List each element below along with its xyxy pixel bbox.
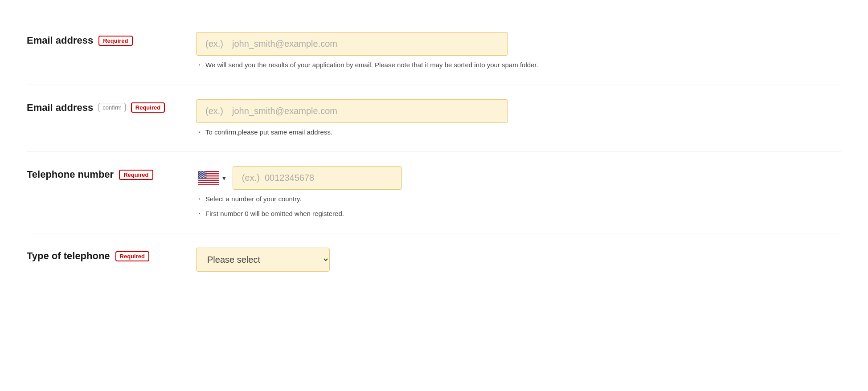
email-confirm-label: Email address: [27, 102, 93, 114]
svg-point-33: [199, 176, 200, 177]
telephone-hint-1: Select a number of your country.: [196, 194, 841, 204]
telephone-hint-2: First number 0 will be omitted when regi…: [196, 209, 841, 219]
svg-point-42: [205, 177, 205, 178]
svg-point-25: [202, 174, 203, 175]
email-label: Email address: [27, 35, 93, 46]
svg-point-27: [205, 174, 206, 175]
svg-point-14: [201, 172, 202, 173]
telephone-label-area: Telephone number Required: [27, 166, 196, 180]
svg-point-37: [205, 176, 206, 177]
telephone-label: Telephone number: [27, 169, 114, 180]
svg-point-35: [202, 176, 203, 177]
telephone-input-wrapper: ▼: [196, 166, 841, 190]
email-confirm-hint: To confirm,please put same email address…: [196, 127, 841, 138]
svg-rect-6: [198, 183, 219, 184]
telephone-type-select[interactable]: Please select Mobile Home Work: [196, 248, 330, 272]
svg-point-28: [199, 175, 200, 176]
svg-point-11: [203, 171, 204, 172]
svg-point-24: [201, 174, 202, 175]
svg-point-29: [200, 175, 201, 176]
email-label-area: Email address Required: [27, 32, 196, 46]
email-confirm-required-badge: Required: [131, 102, 165, 113]
svg-point-32: [205, 175, 205, 176]
svg-rect-4: [198, 179, 219, 179]
telephone-required-badge: Required: [119, 170, 153, 180]
flag-dropdown-arrow: ▼: [221, 175, 227, 182]
email-input[interactable]: [196, 32, 508, 56]
svg-point-21: [203, 173, 204, 174]
email-confirm-row: Email address confirm Required To confir…: [27, 85, 841, 152]
email-confirm-label-area: Email address confirm Required: [27, 99, 196, 114]
svg-point-30: [201, 175, 202, 176]
telephone-input-area: ▼ Select a number of your country. First…: [196, 166, 841, 219]
svg-point-13: [199, 172, 200, 173]
svg-point-10: [201, 171, 202, 172]
svg-point-22: [205, 173, 205, 174]
svg-point-18: [199, 173, 200, 174]
svg-point-16: [204, 172, 205, 173]
svg-point-12: [205, 171, 205, 172]
svg-point-9: [200, 171, 201, 172]
svg-point-40: [201, 177, 202, 178]
email-hint: We will send you the results of your app…: [196, 60, 841, 70]
telephone-row: Telephone number Required: [27, 152, 841, 233]
svg-point-39: [200, 177, 201, 178]
svg-point-36: [204, 176, 205, 177]
email-confirm-input[interactable]: [196, 99, 508, 123]
us-flag-icon: [198, 171, 219, 185]
confirm-badge: confirm: [98, 103, 126, 112]
email-required-badge: Required: [98, 36, 132, 46]
svg-point-38: [199, 177, 200, 178]
svg-point-20: [201, 173, 202, 174]
form-section: Email address Required We will send you …: [27, 18, 841, 286]
email-confirm-input-area: To confirm,please put same email address…: [196, 99, 841, 138]
telephone-type-label: Type of telephone: [27, 250, 110, 262]
telephone-type-row: Type of telephone Required Please select…: [27, 233, 841, 286]
svg-point-15: [202, 172, 203, 173]
svg-point-23: [199, 174, 200, 175]
svg-point-8: [199, 171, 200, 172]
svg-rect-5: [198, 181, 219, 182]
svg-point-41: [203, 177, 204, 178]
telephone-type-input-area: Please select Mobile Home Work: [196, 248, 841, 272]
svg-point-17: [205, 172, 206, 173]
svg-point-31: [203, 175, 204, 176]
country-flag-dropdown[interactable]: ▼: [196, 168, 229, 188]
svg-point-19: [200, 173, 201, 174]
phone-input[interactable]: [233, 166, 402, 190]
telephone-type-required-badge: Required: [115, 251, 149, 261]
svg-point-26: [204, 174, 205, 175]
email-input-area: We will send you the results of your app…: [196, 32, 841, 70]
email-row: Email address Required We will send you …: [27, 18, 841, 85]
telephone-type-label-area: Type of telephone Required: [27, 248, 196, 262]
svg-point-34: [201, 176, 202, 177]
